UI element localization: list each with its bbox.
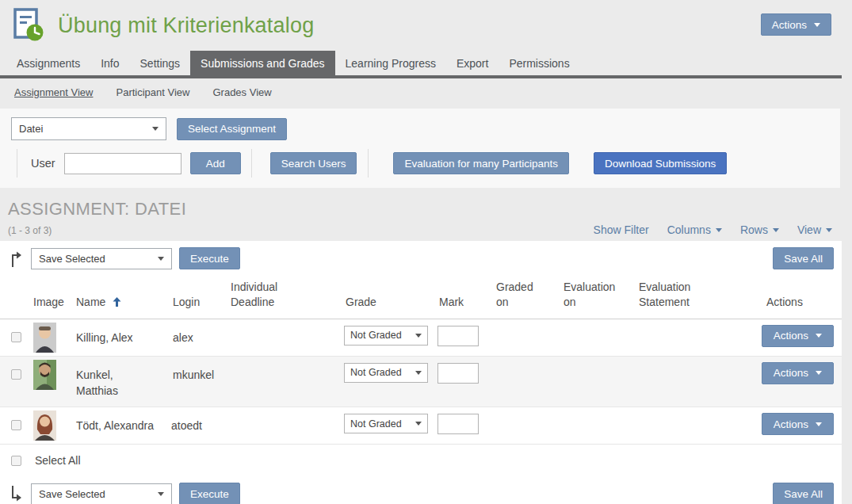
caret-down-icon [814,23,820,27]
caret-down-icon [826,228,832,232]
participants-table: Save Selected Execute Save All Image Nam… [0,241,842,504]
page-header: Übung mit Kriterienkatalog Actions [0,0,842,49]
save-all-button-bottom[interactable]: Save All [773,483,834,504]
tab-settings[interactable]: Settings [130,51,191,75]
add-user-button[interactable]: Add [190,152,241,174]
divider [368,149,369,178]
assignment-select[interactable]: Datei [11,117,166,140]
download-submissions-button[interactable]: Download Submissions [594,152,727,174]
participant-login: mkunkel [171,357,229,391]
divider [17,149,17,178]
select-all-label: Select All [35,454,81,467]
participant-name: Killing, Alex [75,319,171,353]
subtab-grades-view[interactable]: Grades View [212,86,271,98]
avatar [33,410,56,441]
rows-dropdown-link[interactable]: Rows [740,223,779,236]
execute-button-bottom[interactable]: Execute [179,483,240,504]
row-actions-button[interactable]: Actions [762,362,834,384]
main-tabbar: Assignments Info Settings Submissions an… [0,51,842,78]
column-checkbox [0,310,32,319]
apply-to-selection-up-icon [10,250,23,268]
apply-to-selection-down-icon [10,485,23,503]
column-individual-deadline: Individual Deadline [231,280,296,310]
mark-input[interactable] [437,414,479,434]
row-checkbox[interactable] [11,332,21,342]
caret-down-icon [773,228,779,232]
tab-assignments[interactable]: Assignments [6,51,90,75]
select-all-checkbox[interactable] [11,456,21,466]
row-checkbox[interactable] [11,420,21,430]
tab-learning-progress[interactable]: Learning Progress [335,51,446,75]
divider [251,149,252,178]
participant-login: atoedt [171,407,229,441]
participant-name: Tödt, Alexandra [75,407,171,441]
column-login: Login [171,295,229,319]
avatar [33,323,56,353]
user-input[interactable] [64,153,181,174]
columns-dropdown-link[interactable]: Columns [667,223,722,236]
bulk-controls-bottom: Save Selected Execute Save All [0,475,842,504]
grade-select[interactable]: Not Graded [344,326,428,346]
search-users-button[interactable]: Search Users [270,152,357,174]
column-image: Image [32,295,75,319]
table-row: Tödt, Alexandra atoedt Not Graded Action… [0,407,842,445]
assignment-title: ASSIGNMENT: DATEI [8,199,842,220]
subtab-assignment-view[interactable]: Assignment View [14,86,93,98]
grade-select[interactable]: Not Graded [344,363,428,383]
show-filter-link[interactable]: Show Filter [594,223,649,236]
row-actions-button[interactable]: Actions [762,413,834,435]
grade-select[interactable]: Not Graded [344,414,428,433]
select-assignment-button[interactable]: Select Assignment [177,118,287,140]
sub-tabbar: Assignment View Participant View Grades … [0,78,842,103]
caret-down-icon [816,422,822,426]
avatar [33,360,56,390]
header-actions-button[interactable]: Actions [761,13,831,36]
column-evaluation-on: Evaluation on [564,280,625,310]
mark-input[interactable] [437,363,479,384]
caret-down-icon [415,422,422,426]
caret-down-icon [158,257,164,261]
page: Übung mit Kriterienkatalog Actions Assig… [0,0,842,504]
bulk-controls-top: Save Selected Execute Save All [0,241,842,275]
assignment-section-header: ASSIGNMENT: DATEI (1 - 3 of 3) Show Filt… [0,188,842,241]
column-actions: Actions [760,295,842,319]
subtab-participant-view[interactable]: Participant View [116,86,189,98]
filter-panel: Datei Select Assignment User Add Search … [0,109,840,188]
row-actions-button[interactable]: Actions [762,325,834,347]
caret-down-icon [415,334,422,338]
table-header-row: Image Name Login Individual Deadline Gra… [0,275,842,319]
bulk-action-select-top[interactable]: Save Selected [31,248,172,269]
sort-ascending-icon [113,297,121,307]
tab-export[interactable]: Export [446,51,499,75]
view-dropdown-link[interactable]: View [797,223,832,236]
caret-down-icon [158,492,164,496]
bulk-action-select-bottom[interactable]: Save Selected [31,483,172,504]
page-title: Übung mit Kriterienkatalog [58,13,314,38]
caret-down-icon [816,334,822,338]
row-checkbox[interactable] [11,369,21,380]
column-graded-on: Graded on [496,280,541,310]
caret-down-icon [716,228,722,232]
column-name-sortable[interactable]: Name [75,295,171,319]
caret-down-icon [415,371,422,375]
column-mark: Mark [437,295,495,319]
tab-submissions-and-grades[interactable]: Submissions and Grades [190,51,334,75]
column-evaluation-statement: Evaluation Statement [639,280,704,310]
tab-permissions[interactable]: Permissions [499,51,579,75]
caret-down-icon [816,371,822,375]
table-row: Killing, Alex alex Not Graded Actions [0,319,842,357]
table-row: Kunkel, Matthias mkunkel Not Graded Acti… [0,357,842,408]
tab-info[interactable]: Info [90,51,129,75]
participant-name: Kunkel, Matthias [76,367,130,399]
participant-login: alex [171,319,229,353]
exercise-clock-icon [10,7,46,44]
mark-input[interactable] [437,326,479,346]
caret-down-icon [152,127,159,131]
column-grade: Grade [344,295,437,319]
user-label: User [31,157,55,170]
execute-button-top[interactable]: Execute [179,247,240,269]
evaluation-many-participants-button[interactable]: Evaluation for many Participants [393,152,569,174]
select-all-row: Select All [0,445,842,475]
save-all-button-top[interactable]: Save All [773,247,834,269]
